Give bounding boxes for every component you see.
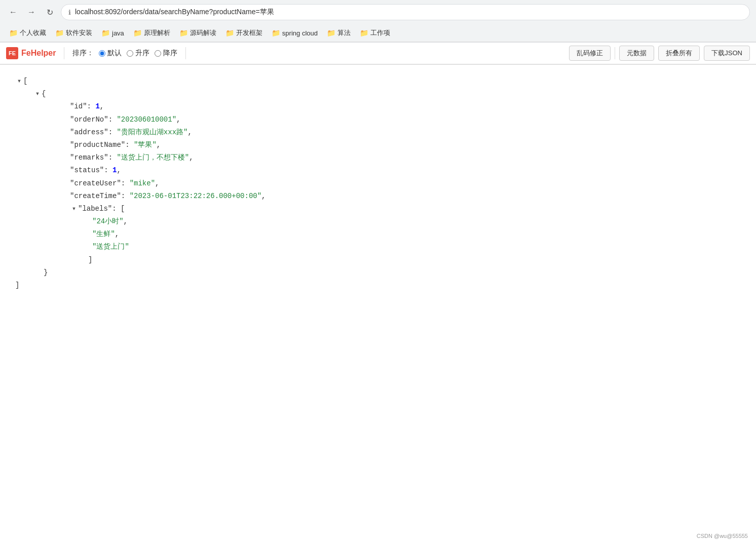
metadata-button[interactable]: 元数据	[619, 46, 654, 61]
sort-desc-label[interactable]: 降序	[155, 49, 177, 58]
fehelper-logo-icon: FE	[6, 47, 18, 59]
bookmark-java[interactable]: 📁 java	[97, 27, 128, 39]
bookmark-software[interactable]: 📁 软件安装	[51, 26, 96, 40]
sort-desc-text: 降序	[163, 49, 177, 58]
sort-asc-text: 升序	[135, 49, 149, 58]
folder-icon-principle: 📁	[133, 29, 142, 37]
refresh-button[interactable]: ↻	[43, 5, 57, 19]
json-field-id: "id": 1,	[15, 100, 741, 113]
bookmark-label: 源码解读	[190, 28, 216, 37]
json-labels-close: ]	[15, 254, 741, 266]
bookmark-work[interactable]: 📁 工作项	[356, 26, 394, 40]
divider-2	[185, 47, 186, 59]
json-object-open: ▾ {	[15, 88, 741, 100]
footer: CSDN @wu@55555	[697, 533, 748, 539]
json-object-close: }	[15, 266, 741, 279]
sort-asc-radio[interactable]	[127, 50, 133, 57]
toggle-root[interactable]: ▾	[15, 75, 23, 88]
address-bar[interactable]: ℹ localhost:8092/orders/data/searchByNam…	[61, 4, 750, 20]
json-root-close: ]	[15, 279, 741, 292]
bookmark-devframework[interactable]: 📁 开发框架	[221, 26, 267, 40]
toggle-labels[interactable]: ▾	[70, 203, 78, 215]
sort-default-label[interactable]: 默认	[99, 49, 122, 58]
json-field-createUser: "createUser": "mike",	[15, 177, 741, 190]
browser-chrome: ← → ↻ ℹ localhost:8092/orders/data/searc…	[0, 0, 756, 43]
toggle-object[interactable]: ▾	[33, 88, 42, 100]
folder-icon-personal: 📁	[9, 29, 18, 37]
json-field-productName: "productName": "苹果",	[15, 139, 741, 151]
folder-icon-springcloud: 📁	[272, 29, 280, 37]
json-field-status: "status": 1,	[15, 164, 741, 177]
folder-icon-software: 📁	[55, 29, 64, 37]
bookmark-label: 工作项	[370, 28, 390, 37]
bookmark-principle[interactable]: 📁 原理解析	[129, 26, 174, 40]
bookmark-label: 开发框架	[236, 28, 262, 37]
bookmarks-bar: 📁 个人收藏 📁 软件安装 📁 java 📁 原理解析 📁 源码解读 📁 开发框…	[0, 24, 756, 42]
bookmark-label: 原理解析	[144, 28, 170, 37]
forward-button[interactable]: →	[24, 5, 39, 19]
json-viewer: ▾ [ ▾ { "id": 1, "orderNo": "20230601000…	[0, 65, 756, 302]
browser-nav: ← → ↻ ℹ localhost:8092/orders/data/searc…	[0, 0, 756, 24]
bookmark-label: 个人收藏	[20, 28, 46, 37]
json-label-2: "送货上门"	[15, 241, 741, 253]
json-field-orderNo: "orderNo": "202306010001",	[15, 113, 741, 126]
sort-default-radio[interactable]	[99, 50, 105, 57]
json-label-0: "24小时",	[15, 215, 741, 228]
download-json-button[interactable]: 下载JSON	[704, 46, 750, 61]
divider-1	[64, 47, 64, 59]
json-field-labels-open: ▾ "labels": [	[15, 203, 741, 215]
sort-asc-label[interactable]: 升序	[127, 49, 149, 58]
fehelper-toolbar: FE FeHelper 排序： 默认 升序 降序 乱码修正 元数据 折叠所有 下…	[0, 43, 756, 65]
json-field-remarks: "remarks": "送货上门，不想下楼",	[15, 151, 741, 164]
folder-icon-java: 📁	[101, 29, 110, 37]
back-button[interactable]: ←	[6, 5, 20, 19]
sort-default-text: 默认	[107, 49, 122, 58]
json-root-open: ▾ [	[15, 75, 741, 88]
bookmark-label: java	[112, 29, 124, 37]
folder-icon-work: 📁	[360, 29, 368, 37]
folder-icon-source: 📁	[179, 29, 188, 37]
footer-text: CSDN @wu@55555	[697, 533, 748, 539]
json-field-address: "address": "贵阳市观山湖xxx路",	[15, 126, 741, 139]
folder-icon-devframework: 📁	[225, 29, 234, 37]
fehelper-logo-text: FeHelper	[21, 49, 56, 58]
bookmark-personal[interactable]: 📁 个人收藏	[5, 26, 50, 40]
json-field-createTime: "createTime": "2023-06-01T23:22:26.000+0…	[15, 190, 741, 203]
bookmark-algorithm[interactable]: 📁 算法	[323, 26, 355, 40]
bookmark-source[interactable]: 📁 源码解读	[175, 26, 220, 40]
json-label-1: "生鲜",	[15, 228, 741, 241]
divider-3	[615, 47, 615, 59]
bookmark-springcloud[interactable]: 📁 spring cloud	[268, 27, 322, 39]
folder-icon-algorithm: 📁	[327, 29, 335, 37]
sort-desc-radio[interactable]	[155, 50, 161, 57]
url-text: localhost:8092/orders/data/searchByName?…	[75, 8, 274, 17]
sort-group: 排序： 默认 升序 降序	[72, 49, 177, 58]
fehelper-logo: FE FeHelper	[6, 47, 56, 59]
fix-encoding-button[interactable]: 乱码修正	[569, 46, 611, 61]
info-icon: ℹ	[68, 9, 71, 16]
sort-label: 排序：	[72, 49, 94, 58]
collapse-all-button[interactable]: 折叠所有	[658, 46, 700, 61]
bookmark-label: spring cloud	[282, 29, 318, 37]
toolbar-buttons: 乱码修正 元数据 折叠所有 下载JSON	[569, 46, 750, 61]
bookmark-label: 软件安装	[66, 28, 92, 37]
bookmark-label: 算法	[337, 28, 351, 37]
